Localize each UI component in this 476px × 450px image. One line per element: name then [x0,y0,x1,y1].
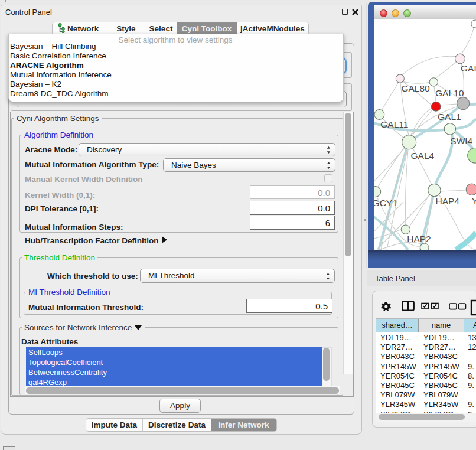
svg-text:GCY1: GCY1 [374,198,397,208]
svg-text:HAP2: HAP2 [407,234,431,244]
svg-text:SWI4: SWI4 [450,136,472,146]
svg-text:YEL: YEL [472,196,476,206]
svg-text:GAL4: GAL4 [411,151,435,161]
svg-text:GAL1: GAL1 [438,112,461,122]
svg-text:GAL11: GAL11 [380,119,408,129]
svg-text:HAP4: HAP4 [436,196,460,206]
svg-text:GAL10: GAL10 [435,88,464,98]
svg-text:GAL80: GAL80 [401,83,430,93]
svg-text:GAL2: GAL2 [461,63,476,73]
